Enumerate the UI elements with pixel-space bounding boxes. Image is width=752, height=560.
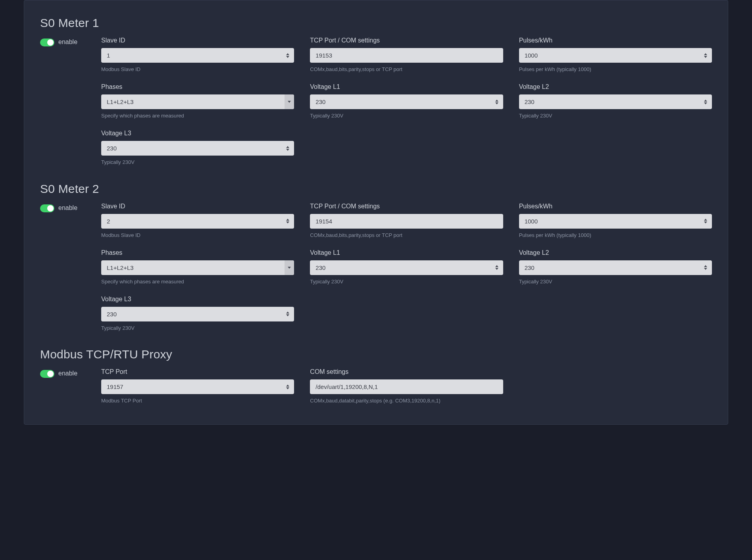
field-pulses: Pulses/kWh Pulses per kWh (typically 100… (519, 203, 712, 239)
field-help: Typically 230V (519, 112, 712, 119)
field-label: Slave ID (101, 37, 294, 44)
field-label: Voltage L1 (310, 249, 503, 256)
voltage-l3-input[interactable] (101, 307, 294, 321)
field-help: Pulses per kWh (typically 1000) (519, 66, 712, 73)
field-label: Voltage L2 (519, 249, 712, 256)
field-label: TCP Port / COM settings (310, 37, 503, 44)
field-tcp-com: TCP Port / COM settings COMx,baud,bits,p… (310, 203, 503, 239)
field-label: TCP Port (101, 368, 294, 375)
field-label: COM settings (310, 368, 503, 375)
tcp-com-input[interactable] (310, 214, 503, 229)
field-help: COMx,baud,bits,parity,stops or TCP port (310, 66, 503, 73)
voltage-l3-input[interactable] (101, 141, 294, 156)
phases-select[interactable]: L1+L2+L3 (101, 260, 294, 275)
voltage-l2-input[interactable] (519, 260, 712, 275)
field-help: Modbus TCP Port (101, 397, 294, 404)
slave-id-input[interactable] (101, 48, 294, 63)
voltage-l1-input[interactable] (310, 94, 503, 109)
tcp-port-input[interactable] (101, 379, 294, 394)
section-title: Modbus TCP/RTU Proxy (40, 348, 712, 361)
field-com-settings: COM settings COMx,baud,databit,parity,st… (310, 368, 503, 404)
field-label: Phases (101, 249, 294, 256)
enable-label: enable (58, 38, 77, 46)
enable-label: enable (58, 204, 77, 212)
field-slave-id: Slave ID Modbus Slave ID (101, 203, 294, 239)
field-voltage-l1: Voltage L1 Typically 230V (310, 83, 503, 119)
field-help: Specify which phases are measured (101, 278, 294, 285)
field-label: Slave ID (101, 203, 294, 210)
pulses-input[interactable] (519, 48, 712, 63)
field-phases: Phases L1+L2+L3 Specify which phases are… (101, 83, 294, 119)
field-help: Typically 230V (310, 112, 503, 119)
com-settings-input[interactable] (310, 379, 503, 394)
section-title: S0 Meter 2 (40, 182, 712, 196)
field-label: Pulses/kWh (519, 203, 712, 210)
section-s0-meter-2: S0 Meter 2 enable Slave ID Modbus Slave … (40, 182, 712, 332)
settings-panel: S0 Meter 1 enable Slave ID Modbus Slave … (24, 0, 728, 425)
field-label: Voltage L3 (101, 296, 294, 303)
section-modbus-proxy: Modbus TCP/RTU Proxy enable TCP Port Mod… (40, 348, 712, 404)
field-tcp-port: TCP Port Modbus TCP Port (101, 368, 294, 404)
field-help: Typically 230V (101, 325, 294, 332)
pulses-input[interactable] (519, 214, 712, 229)
section-s0-meter-1: S0 Meter 1 enable Slave ID Modbus Slave … (40, 16, 712, 166)
field-help: Typically 230V (519, 278, 712, 285)
field-help: Typically 230V (101, 159, 294, 166)
field-voltage-l2: Voltage L2 Typically 230V (519, 249, 712, 285)
field-help: Modbus Slave ID (101, 66, 294, 73)
field-help: COMx,baud,bits,parity,stops or TCP port (310, 232, 503, 239)
field-tcp-com: TCP Port / COM settings COMx,baud,bits,p… (310, 37, 503, 73)
phases-select[interactable]: L1+L2+L3 (101, 94, 294, 109)
tcp-com-input[interactable] (310, 48, 503, 63)
voltage-l1-input[interactable] (310, 260, 503, 275)
field-help: Specify which phases are measured (101, 112, 294, 119)
field-label: TCP Port / COM settings (310, 203, 503, 210)
enable-toggle[interactable] (40, 204, 54, 212)
voltage-l2-input[interactable] (519, 94, 712, 109)
field-label: Pulses/kWh (519, 37, 712, 44)
field-slave-id: Slave ID Modbus Slave ID (101, 37, 294, 73)
section-title: S0 Meter 1 (40, 16, 712, 30)
field-voltage-l1: Voltage L1 Typically 230V (310, 249, 503, 285)
enable-label: enable (58, 370, 77, 377)
field-label: Voltage L3 (101, 130, 294, 137)
field-voltage-l3: Voltage L3 Typically 230V (101, 296, 294, 332)
field-phases: Phases L1+L2+L3 Specify which phases are… (101, 249, 294, 285)
field-voltage-l3: Voltage L3 Typically 230V (101, 130, 294, 166)
field-help: COMx,baud,databit,parity,stops (e.g. COM… (310, 397, 503, 404)
field-label: Voltage L2 (519, 83, 712, 90)
field-help: Modbus Slave ID (101, 232, 294, 239)
field-label: Voltage L1 (310, 83, 503, 90)
enable-toggle[interactable] (40, 370, 54, 378)
slave-id-input[interactable] (101, 214, 294, 229)
field-voltage-l2: Voltage L2 Typically 230V (519, 83, 712, 119)
enable-toggle[interactable] (40, 38, 54, 46)
field-help: Pulses per kWh (typically 1000) (519, 232, 712, 239)
field-label: Phases (101, 83, 294, 90)
field-help: Typically 230V (310, 278, 503, 285)
field-pulses: Pulses/kWh Pulses per kWh (typically 100… (519, 37, 712, 73)
